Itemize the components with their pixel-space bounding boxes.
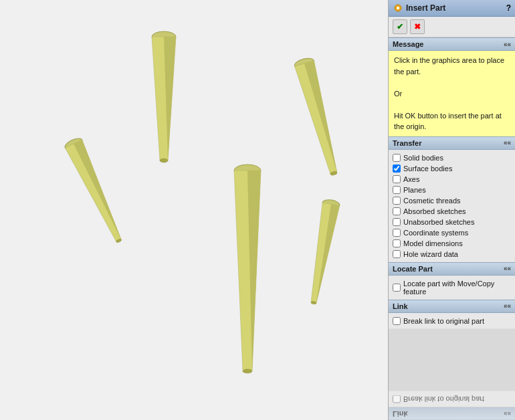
link-checkbox-0[interactable] — [393, 317, 401, 325]
list-item: Model dimensions — [393, 238, 511, 249]
transfer-checkbox-5[interactable] — [393, 207, 401, 215]
locate-section-body: Locate part with Move/Copy feature — [389, 276, 515, 300]
list-item: Unabsorbed sketches — [393, 217, 511, 227]
message-text: Click in the graphics area to place the … — [394, 56, 504, 130]
transfer-section-body: Solid bodiesSurface bodiesAxesPlanesCosm… — [389, 150, 515, 262]
panel-help[interactable]: ? — [506, 3, 511, 13]
list-item: Axes — [393, 174, 511, 185]
list-item: Break link to original part — [393, 316, 511, 326]
transfer-checkbox-9[interactable] — [393, 250, 401, 258]
flipped-chevron-icon: «« — [504, 410, 511, 417]
link-section-label: Link — [393, 302, 408, 310]
flipped-link-section-body: Break link to original part — [389, 391, 515, 407]
svg-point-3 — [160, 159, 168, 163]
transfer-checkbox-6[interactable] — [393, 218, 401, 226]
message-chevron-icon: «« — [504, 41, 511, 48]
message-section-label: Message — [393, 40, 423, 48]
list-item: Planes — [393, 185, 511, 195]
svg-point-21 — [397, 7, 399, 9]
flipped-link-section-header: Link «« — [389, 407, 515, 420]
transfer-label-7: Coordinate systems — [403, 229, 468, 237]
insert-part-icon — [393, 3, 403, 13]
link-chevron-icon: «« — [504, 302, 511, 310]
transfer-label-5: Absorbed sketches — [403, 207, 466, 215]
svg-marker-5 — [295, 61, 344, 176]
link-section-header[interactable]: Link «« — [389, 300, 515, 313]
flipped-break-link-label: Break link to original part — [403, 395, 484, 403]
list-item: Coordinate systems — [393, 227, 511, 238]
viewport[interactable] — [0, 0, 388, 420]
transfer-checkbox-0[interactable] — [393, 154, 401, 162]
transfer-label-3: Planes — [403, 186, 426, 194]
message-box: Click in the graphics area to place the … — [389, 51, 515, 136]
transfer-checkbox-4[interactable] — [393, 197, 401, 205]
list-item: Cosmetic threads — [393, 195, 511, 206]
transfer-label-1: Surface bodies — [403, 165, 452, 173]
ok-button[interactable]: ✔ — [393, 19, 407, 34]
svg-marker-10 — [74, 140, 127, 241]
transfer-checkbox-1[interactable] — [393, 165, 401, 173]
list-item: Solid bodies — [393, 152, 511, 163]
transfer-label-2: Axes — [403, 175, 419, 183]
transfer-chevron-icon: «« — [504, 139, 511, 146]
locate-checkbox-0[interactable] — [393, 284, 401, 292]
link-label-0: Break link to original part — [403, 317, 484, 325]
transfer-checkbox-2[interactable] — [393, 175, 401, 183]
locate-section-header[interactable]: Locate Part «« — [389, 262, 515, 276]
flipped-link-section-label: Link — [393, 409, 408, 417]
transfer-label-0: Solid bodies — [403, 154, 443, 162]
flipped-break-link-checkbox[interactable] — [393, 395, 401, 403]
transfer-label-8: Model dimensions — [403, 239, 463, 247]
svg-marker-6 — [304, 61, 343, 173]
panel-title-text: Insert Part — [406, 3, 445, 13]
list-item: Surface bodies — [393, 163, 511, 174]
transfer-checkbox-8[interactable] — [393, 239, 401, 247]
transfer-checkbox-3[interactable] — [393, 186, 401, 194]
svg-point-19 — [243, 369, 252, 373]
list-item: Locate part with Move/Copy feature — [393, 278, 511, 297]
cancel-icon: ✖ — [414, 22, 421, 31]
transfer-label-9: Hole wizard data — [403, 250, 458, 258]
list-item: Hole wizard data — [393, 249, 511, 259]
transfer-checkbox-7[interactable] — [393, 229, 401, 237]
ok-icon: ✔ — [397, 22, 403, 31]
transfer-section-label: Transfer — [393, 139, 421, 147]
right-panel: Insert Part ? ✔ ✖ Message «« Click in th… — [388, 0, 515, 420]
cancel-button[interactable]: ✖ — [410, 19, 425, 34]
svg-marker-9 — [65, 140, 127, 245]
panel-title-left: Insert Part — [393, 3, 445, 13]
transfer-label-4: Cosmetic threads — [403, 197, 461, 205]
locate-chevron-icon: «« — [504, 265, 511, 272]
panel-titlebar: Insert Part ? — [389, 0, 515, 17]
transfer-label-6: Unabsorbed sketches — [403, 218, 474, 226]
link-section-body: Break link to original part — [389, 313, 515, 329]
message-section-header[interactable]: Message «« — [389, 37, 515, 51]
locate-section-label: Locate Part — [393, 265, 433, 273]
locate-label-0: Locate part with Move/Copy feature — [403, 280, 511, 296]
action-row: ✔ ✖ — [389, 17, 515, 37]
transfer-section-header[interactable]: Transfer «« — [389, 136, 515, 150]
list-item: Absorbed sketches — [393, 206, 511, 217]
